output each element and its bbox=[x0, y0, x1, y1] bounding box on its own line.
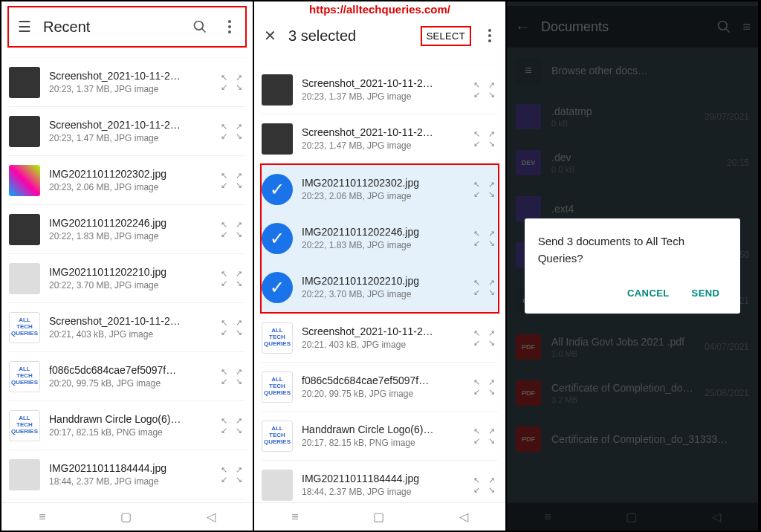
expand-icon[interactable]: ↖ ↗↙ ↘ bbox=[221, 417, 245, 435]
browse-other-row[interactable]: ≡ Browse other docs… bbox=[516, 48, 749, 94]
file-row[interactable]: Screenshot_2021-10-11-2…20:23, 1.37 MB, … bbox=[262, 65, 498, 114]
expand-icon[interactable]: ↖ ↗↙ ↘ bbox=[221, 319, 245, 337]
doc-row[interactable]: PDFCertificate of Completion_do_31333… bbox=[516, 416, 749, 462]
menu-icon[interactable]: ☰ bbox=[16, 19, 33, 35]
search-icon[interactable] bbox=[192, 19, 208, 35]
file-row[interactable]: IMG20211011202246.jpg20:22, 1.83 MB, JPG… bbox=[9, 205, 245, 254]
file-meta: 20:23, 1.37 MB, JPG image bbox=[49, 84, 212, 94]
expand-icon[interactable]: ↖ ↗↙ ↘ bbox=[221, 466, 245, 484]
doc-meta: 0.0 kB bbox=[551, 165, 716, 174]
nav-recent-icon[interactable]: ≡ bbox=[544, 510, 551, 524]
file-text: IMG20211011202302.jpg20:23, 2.06 MB, JPG… bbox=[49, 168, 212, 192]
file-list[interactable]: Screenshot_2021-10-11-2…20:23, 1.37 MB, … bbox=[1, 58, 253, 502]
doc-meta: 3.2 MB bbox=[551, 395, 694, 404]
file-row[interactable]: Screenshot_2021-10-11-2…20:23, 1.47 MB, … bbox=[9, 107, 245, 156]
file-name: Screenshot_2021-10-11-2… bbox=[49, 119, 212, 131]
file-name: IMG20211011202246.jpg bbox=[302, 226, 464, 238]
nav-recent-icon[interactable]: ≡ bbox=[39, 510, 45, 524]
expand-icon[interactable]: ↖ ↗↙ ↘ bbox=[221, 172, 245, 189]
expand-icon[interactable]: ↖ ↗↙ ↘ bbox=[473, 476, 498, 494]
sort-icon[interactable]: ≡ bbox=[742, 19, 751, 35]
file-text: Screenshot_2021-10-11-2…20:23, 1.47 MB, … bbox=[302, 126, 464, 151]
panel-recent: ☰ Recent Screenshot_2021-10-11-2…20:23, … bbox=[1, 1, 254, 531]
doc-row[interactable]: PDFAll India Govt Jobs 2021 .pdf1.0 MB04… bbox=[516, 324, 749, 370]
expand-icon[interactable]: ↖ ↗↙ ↘ bbox=[473, 130, 498, 148]
svg-point-2 bbox=[719, 22, 728, 30]
file-row[interactable]: IMG20211011202210.jpg20:22, 3.70 MB, JPG… bbox=[9, 254, 245, 303]
expand-icon[interactable]: ↖ ↗↙ ↘ bbox=[221, 74, 245, 91]
expand-icon[interactable]: ↖ ↗↙ ↘ bbox=[221, 270, 245, 288]
file-type-icon bbox=[516, 196, 541, 221]
file-meta: 20:22, 3.70 MB, JPG image bbox=[49, 280, 212, 291]
file-row[interactable]: ✓IMG20211011202302.jpg20:23, 2.06 MB, JP… bbox=[262, 165, 498, 214]
file-meta: 20:20, 99.75 kB, JPG image bbox=[49, 378, 212, 389]
file-name: Handdrawn Circle Logo(6)… bbox=[49, 413, 212, 425]
nav-back-icon[interactable]: ◁ bbox=[459, 510, 468, 524]
expand-icon[interactable]: ↖ ↗↙ ↘ bbox=[221, 221, 245, 239]
select-button[interactable]: SELECT bbox=[421, 26, 471, 46]
doc-row[interactable]: .datatmp0 kB29/07/2021 bbox=[516, 94, 749, 140]
file-text: IMG20211011202210.jpg20:22, 3.70 MB, JPG… bbox=[49, 266, 212, 291]
expand-icon[interactable]: ↖ ↗↙ ↘ bbox=[473, 329, 498, 347]
doc-row[interactable]: DEV.dev0.0 kB20:15 bbox=[516, 140, 749, 186]
doc-name: .datatmp bbox=[551, 106, 694, 117]
expand-icon[interactable]: ↖ ↗↙ ↘ bbox=[473, 181, 498, 198]
file-row[interactable]: IMG20211011184444.jpg18:44, 2.37 MB, JPG… bbox=[9, 450, 245, 499]
browse-label: Browse other docs… bbox=[551, 65, 749, 77]
cancel-button[interactable]: CANCEL bbox=[620, 282, 677, 305]
file-row[interactable]: ALL TECH QUERIESScreenshot_2021-10-11-2…… bbox=[262, 314, 498, 363]
doc-text: Certificate of Completion_do_31332…3.2 M… bbox=[551, 382, 694, 404]
dialog-actions: CANCEL SEND bbox=[538, 282, 728, 305]
nav-home-icon[interactable]: ▢ bbox=[373, 510, 384, 524]
panel-documents: ← Documents ≡ ≡ Browse other docs… .data… bbox=[507, 1, 760, 531]
nav-home-icon[interactable]: ▢ bbox=[626, 510, 637, 524]
file-row[interactable]: Screenshot_2021-10-11-2…20:23, 1.47 MB, … bbox=[262, 114, 498, 163]
expand-icon[interactable]: ↖ ↗↙ ↘ bbox=[473, 279, 498, 296]
doc-row[interactable]: PDFCertificate of Completion_do_31332…3.… bbox=[516, 370, 749, 416]
file-text: Screenshot_2021-10-11-2…20:21, 403 kB, J… bbox=[49, 315, 212, 340]
file-text: IMG20211011184444.jpg18:44, 2.37 MB, JPG… bbox=[302, 473, 464, 497]
browse-icon: ≡ bbox=[516, 58, 541, 83]
file-row[interactable]: IMG20211011202302.jpg20:23, 2.06 MB, JPG… bbox=[9, 156, 245, 205]
file-name: IMG20211011184444.jpg bbox=[49, 462, 212, 474]
more-icon[interactable] bbox=[221, 19, 238, 35]
file-row[interactable]: ✓IMG20211011202246.jpg20:22, 1.83 MB, JP… bbox=[262, 214, 498, 263]
svg-line-3 bbox=[726, 29, 730, 33]
expand-icon[interactable]: ↖ ↗↙ ↘ bbox=[473, 81, 498, 99]
file-type-icon: PDF bbox=[516, 426, 541, 452]
file-thumbnail bbox=[9, 214, 40, 245]
file-row[interactable]: ALL TECH QUERIESHanddrawn Circle Logo(6)… bbox=[9, 401, 245, 450]
file-text: Screenshot_2021-10-11-2…20:23, 1.47 MB, … bbox=[49, 119, 212, 143]
file-thumbnail bbox=[262, 74, 293, 106]
file-thumbnail: ALL TECH QUERIES bbox=[262, 322, 293, 354]
nav-back-icon[interactable]: ◁ bbox=[712, 510, 721, 524]
nav-home-icon[interactable]: ▢ bbox=[120, 510, 132, 524]
send-button[interactable]: SEND bbox=[684, 282, 728, 305]
search-icon[interactable] bbox=[716, 19, 732, 35]
file-row[interactable]: Screenshot_2021-10-11-2…20:23, 1.37 MB, … bbox=[9, 58, 245, 107]
file-row[interactable]: ALL TECH QUERIESf086c5dc684cae7ef5097f…2… bbox=[9, 352, 245, 401]
close-icon[interactable]: ✕ bbox=[262, 27, 278, 44]
selected-check-icon: ✓ bbox=[262, 223, 293, 254]
file-thumbnail bbox=[9, 116, 40, 147]
file-name: Screenshot_2021-10-11-2… bbox=[302, 325, 464, 337]
nav-back-icon[interactable]: ◁ bbox=[207, 510, 216, 524]
expand-icon[interactable]: ↖ ↗↙ ↘ bbox=[473, 230, 498, 247]
back-icon[interactable]: ← bbox=[514, 19, 531, 35]
file-row[interactable]: IMG20211011184444.jpg18:44, 2.37 MB, JPG… bbox=[262, 461, 498, 502]
file-row[interactable]: ALL TECH QUERIESf086c5dc684cae7ef5097f…2… bbox=[262, 363, 498, 412]
nav-recent-icon[interactable]: ≡ bbox=[291, 510, 298, 524]
expand-icon[interactable]: ↖ ↗↙ ↘ bbox=[221, 123, 245, 140]
file-list[interactable]: Screenshot_2021-10-11-2…20:23, 1.37 MB, … bbox=[254, 65, 505, 502]
file-meta: 20:23, 1.47 MB, JPG image bbox=[49, 133, 212, 143]
file-row[interactable]: ALL TECH QUERIESScreenshot_2021-10-11-2…… bbox=[9, 303, 245, 352]
file-row[interactable]: ✓IMG20211011202210.jpg20:22, 3.70 MB, JP… bbox=[262, 263, 498, 312]
expand-icon[interactable]: ↖ ↗↙ ↘ bbox=[473, 378, 498, 396]
more-icon[interactable] bbox=[482, 27, 498, 44]
file-text: IMG20211011202210.jpg20:22, 3.70 MB, JPG… bbox=[302, 275, 464, 299]
expand-icon[interactable]: ↖ ↗↙ ↘ bbox=[473, 427, 498, 445]
file-row[interactable]: ALL TECH QUERIESHanddrawn Circle Logo(6)… bbox=[262, 412, 498, 461]
file-meta: 20:23, 2.06 MB, JPG image bbox=[302, 191, 464, 201]
expand-icon[interactable]: ↖ ↗↙ ↘ bbox=[221, 368, 245, 386]
doc-name: Certificate of Completion_do_31333… bbox=[551, 433, 739, 445]
